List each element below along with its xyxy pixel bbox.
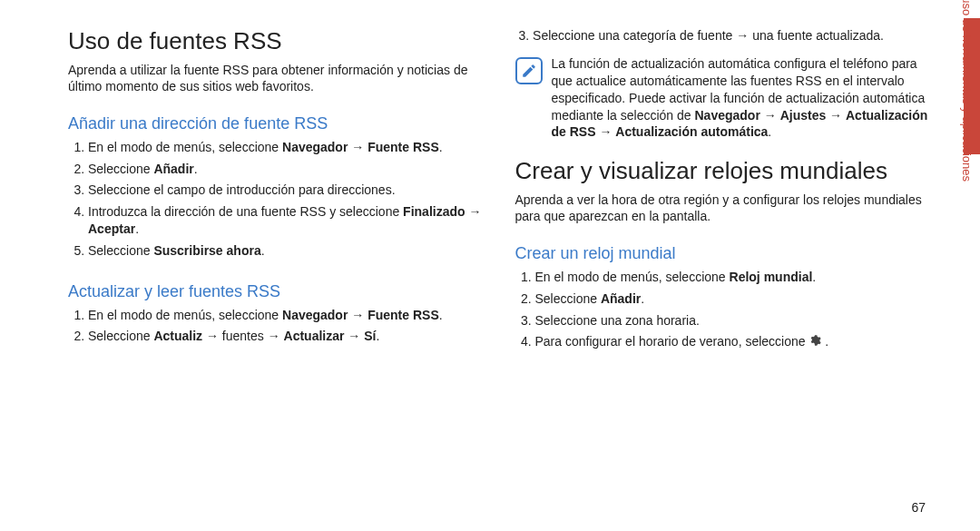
list-item: Introduzca la dirección de una fuente RS… [88,203,488,239]
left-column: Uso de fuentes RSS Aprenda a utilizar la… [68,27,488,513]
list-item: Seleccione Añadir. [88,161,488,179]
page-number: 67 [911,500,926,515]
steps-add-rss: En el modo de menús, seleccione Navegado… [68,139,488,264]
intro-rss: Aprenda a utilizar la fuente RSS para ob… [68,63,488,94]
steps-create-clock: En el modo de menús, seleccione Reloj mu… [515,269,936,355]
list-item: Para configurar el horario de verano, se… [535,333,936,351]
right-column: 3. Seleccione una categoría de fuente → … [515,27,936,513]
list-item: En el modo de menús, seleccione Navegado… [88,139,488,157]
list-item: Seleccione Actualiz → fuentes → Actualiz… [88,328,488,346]
subheading-add-rss: Añadir una dirección de fuente RSS [68,114,488,133]
continued-step: 3. Seleccione una categoría de fuente → … [515,27,936,44]
note-icon [515,57,543,84]
note-text: La función de actualización automática c… [552,55,936,141]
steps-update-rss: En el modo de menús, seleccione Navegado… [68,307,488,349]
note-block: La función de actualización automática c… [515,55,936,141]
page-content: Uso de fuentes RSS Aprenda a utilizar la… [0,0,980,531]
gear-icon [808,334,821,352]
heading-rss: Uso de fuentes RSS [68,27,488,55]
intro-worldclock: Aprenda a ver la hora de otra región y a… [515,192,936,224]
subheading-create-clock: Crear un reloj mundial [515,244,936,263]
list-item: En el modo de menús, seleccione Navegado… [88,307,488,325]
list-item: Seleccione Suscribirse ahora. [88,242,488,261]
list-item: En el modo de menús, seleccione Reloj mu… [535,269,936,287]
list-item: Seleccione Añadir. [535,290,936,309]
list-item: Seleccione el campo de introducción para… [88,182,488,200]
heading-worldclock: Crear y visualizar relojes mundiales [515,157,936,185]
subheading-update-rss: Actualizar y leer fuentes RSS [68,282,488,301]
section-label: uso de herramientas y aplicaciones [960,0,974,182]
list-item: Seleccione una zona horaria. [535,312,936,330]
